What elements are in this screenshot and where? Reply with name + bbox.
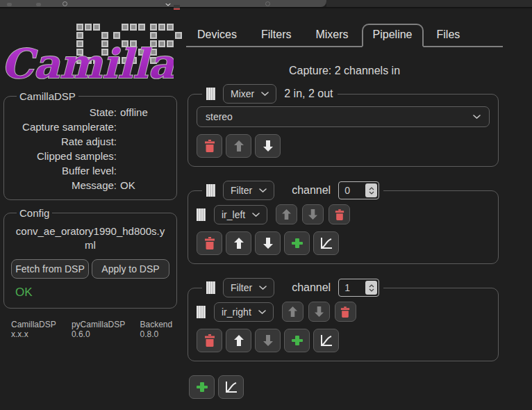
delete-filter-button[interactable] [329, 204, 350, 224]
delete-step-button[interactable] [197, 329, 222, 352]
browser-tab-icon[interactable] [36, 3, 41, 6]
version-footer: CamillaDSP x.x.x pyCamillaDSP 0.6.0 Back… [11, 320, 182, 339]
tab-filters[interactable]: Filters [250, 24, 303, 46]
status-row-buffer: Buffer level: [11, 163, 169, 178]
tab-devices[interactable]: Devices [186, 24, 248, 46]
stepper-down-icon [369, 191, 374, 195]
chevron-down-icon [261, 92, 269, 96]
chevron-down-icon [473, 115, 481, 119]
move-filter-down-button[interactable] [308, 302, 330, 322]
mixer-name-select[interactable]: stereo [197, 106, 490, 127]
channel-number-input[interactable]: 1 [338, 279, 379, 297]
drag-handle-icon[interactable] [206, 281, 215, 294]
add-filter-button[interactable] [284, 231, 310, 255]
pipeline-step-filter-0: Filter channel 0 ir_left [188, 181, 499, 264]
status-row-state: State: offline [11, 105, 169, 120]
config-panel-legend: Config [17, 207, 52, 219]
status-value: OK [120, 178, 169, 192]
plot-step-button[interactable] [313, 329, 339, 352]
arrow-down-icon [315, 306, 324, 317]
trash-icon [335, 209, 344, 220]
delete-step-button[interactable] [197, 231, 222, 255]
mixer-name-value: stereo [206, 111, 233, 122]
pipeline-step-mixer: Mixer 2 in, 2 out stereo [188, 84, 499, 167]
move-filter-up-button[interactable] [282, 302, 304, 322]
trash-icon [204, 140, 215, 152]
arrow-up-icon [234, 238, 244, 249]
number-stepper[interactable] [365, 183, 377, 197]
step-type-select[interactable]: Mixer [223, 84, 276, 104]
move-step-up-button[interactable] [226, 134, 251, 158]
status-label: Capture samplerate: [11, 120, 117, 134]
tab-pipeline[interactable]: Pipeline [362, 24, 424, 47]
filter-name-select[interactable]: ir_left [214, 205, 267, 224]
status-value [120, 120, 169, 134]
drag-handle-icon[interactable] [206, 184, 215, 197]
status-value: offline [120, 105, 169, 120]
tab-files[interactable]: Files [426, 24, 472, 46]
status-label: Clipped samples: [11, 149, 117, 163]
chevron-down-icon [252, 213, 260, 217]
delete-filter-button[interactable] [335, 302, 356, 322]
status-panel: CamillaDSP State: offline Capture sample… [3, 90, 177, 200]
browser-chevron-down-icon[interactable] [165, 3, 171, 6]
filter-step-legend: Filter channel 1 [202, 278, 383, 297]
drag-handle-icon[interactable] [197, 306, 206, 318]
status-value [120, 149, 169, 163]
config-status-text: OK [15, 286, 169, 300]
move-filter-down-button[interactable] [302, 204, 324, 224]
chevron-down-icon [259, 286, 267, 290]
move-step-down-button[interactable] [255, 134, 281, 158]
drag-handle-icon[interactable] [206, 88, 215, 100]
trash-icon [204, 237, 215, 249]
channel-number-value: 0 [340, 183, 365, 197]
browser-extension-icon[interactable] [174, 5, 180, 10]
drag-handle-icon[interactable] [197, 208, 206, 221]
add-step-button[interactable] [189, 375, 215, 399]
status-row-message: Message: OK [11, 178, 169, 192]
stepper-down-icon [369, 288, 374, 292]
status-label: Buffer level: [11, 163, 117, 178]
browser-tab-icon[interactable] [7, 3, 12, 6]
tab-mixers[interactable]: Mixers [304, 24, 359, 46]
camilladsp-logo: Camilla [0, 17, 182, 90]
channel-number-value: 1 [340, 281, 365, 295]
number-stepper[interactable] [365, 281, 377, 295]
plot-step-button[interactable] [313, 231, 339, 255]
filter-name-select[interactable]: ir_right [214, 302, 274, 322]
left-column: Camilla CamillaDSP State: offline Captur… [0, 8, 182, 410]
browser-profile-icon[interactable] [63, 1, 67, 6]
channel-number-input[interactable]: 0 [338, 181, 379, 199]
step-type-select[interactable]: Filter [223, 278, 274, 297]
move-filter-up-button[interactable] [276, 204, 297, 224]
right-column: Devices Filters Mixers Pipeline Files Ca… [182, 8, 532, 410]
step-type-value: Filter [231, 282, 252, 293]
chart-curve-icon [319, 334, 333, 347]
plot-pipeline-button[interactable] [218, 375, 244, 399]
fetch-from-dsp-button[interactable]: Fetch from DSP [11, 259, 89, 279]
move-step-up-button[interactable] [226, 329, 251, 352]
delete-step-button[interactable] [197, 134, 222, 158]
move-step-down-button[interactable] [255, 329, 281, 352]
arrow-down-icon [263, 238, 273, 249]
filter-name-value: ir_left [222, 209, 245, 220]
arrow-up-icon [234, 140, 244, 151]
move-step-up-button[interactable] [226, 231, 251, 255]
logo-camilla-script: Camilla [0, 35, 174, 95]
filter-name-value: ir_right [222, 306, 251, 318]
browser-badge-icon[interactable] [265, 1, 270, 6]
mixer-step-legend: Mixer 2 in, 2 out [202, 84, 338, 104]
step-type-select[interactable]: Filter [223, 181, 274, 200]
chart-curve-icon [224, 381, 238, 393]
trash-icon [340, 306, 350, 318]
status-value [120, 134, 169, 149]
add-filter-button[interactable] [284, 329, 310, 352]
status-label: Message: [11, 178, 117, 192]
pycamilladsp-version: pyCamillaDSP 0.6.0 [72, 320, 131, 339]
apply-to-dsp-button[interactable]: Apply to DSP [92, 259, 169, 279]
stepper-up-icon [369, 284, 374, 288]
config-panel: Config conv_ae_oratory1990_hd800s.yml Fe… [3, 207, 177, 309]
plus-icon [197, 382, 208, 393]
move-step-down-button[interactable] [255, 231, 281, 255]
arrow-down-icon [263, 140, 273, 151]
